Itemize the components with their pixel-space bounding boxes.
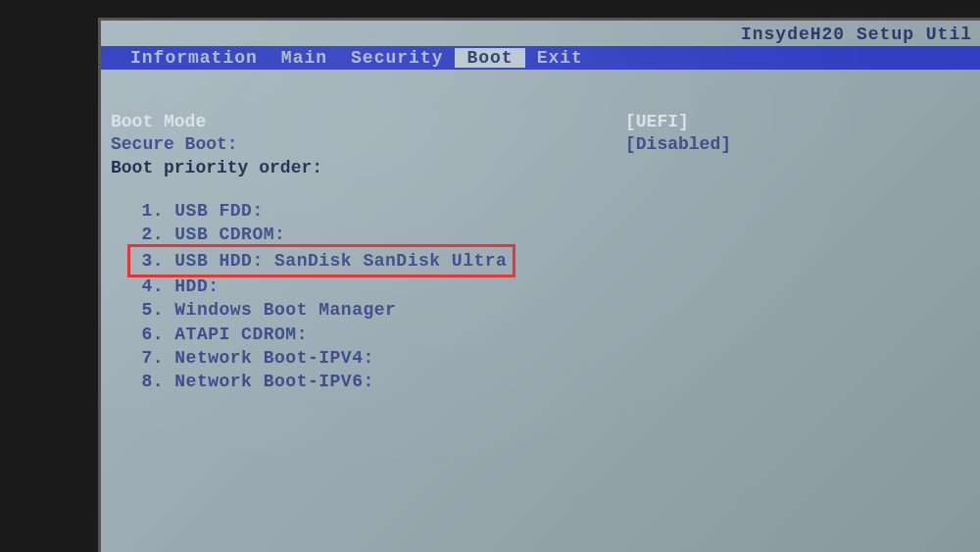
boot-num: 8. (132, 370, 164, 393)
boot-text: HDD: (174, 276, 219, 296)
boot-text: Network Boot-IPV4: (174, 348, 373, 368)
boot-num: 1. (132, 199, 164, 223)
secure-boot-label: Secure Boot: (111, 133, 625, 156)
boot-text: USB FDD: (174, 201, 263, 221)
secure-boot-value: [Disabled] (625, 133, 731, 156)
boot-text: Network Boot-IPV6: (174, 372, 373, 391)
setting-secure-boot[interactable]: Secure Boot: [Disabled] (111, 133, 980, 156)
boot-num: 6. (132, 323, 164, 346)
menu-information[interactable]: Information (119, 48, 270, 68)
boot-num: 7. (132, 346, 164, 370)
boot-page-content: Boot Mode [UEFI] Secure Boot: [Disabled]… (101, 70, 980, 394)
boot-num: 4. (132, 275, 164, 298)
boot-priority-list: 1. USB FDD: 2. USB CDROM: 3. USB HDD: Sa… (111, 199, 980, 393)
setting-boot-mode[interactable]: Boot Mode [UEFI] (111, 111, 980, 133)
setting-boot-priority-header: Boot priority order: (111, 157, 980, 179)
boot-priority-label: Boot priority order: (111, 157, 625, 179)
boot-mode-label: Boot Mode (111, 111, 625, 133)
boot-text: USB HDD: SanDisk SanDisk Ultra (174, 251, 507, 271)
boot-text: Windows Boot Manager (174, 300, 396, 320)
boot-item-5[interactable]: 5. Windows Boot Manager (132, 298, 980, 322)
boot-num: 3. (132, 249, 164, 273)
menu-main[interactable]: Main (270, 48, 339, 68)
boot-item-7[interactable]: 7. Network Boot-IPV4: (132, 346, 980, 370)
boot-text: ATAPI CDROM: (174, 325, 308, 344)
menu-bar: Information Main Security Boot Exit (101, 46, 980, 70)
boot-item-8[interactable]: 8. Network Boot-IPV6: (132, 370, 980, 393)
boot-item-6[interactable]: 6. ATAPI CDROM: (132, 323, 980, 346)
boot-text: USB CDROM: (174, 225, 285, 244)
boot-item-4[interactable]: 4. HDD: (132, 275, 980, 298)
boot-num: 5. (132, 298, 164, 322)
menu-security[interactable]: Security (339, 48, 455, 68)
boot-item-1[interactable]: 1. USB FDD: (132, 199, 980, 223)
boot-mode-value: [UEFI] (625, 111, 689, 133)
highlight-box: 3. USB HDD: SanDisk SanDisk Ultra (127, 244, 515, 277)
menu-boot[interactable]: Boot (455, 48, 524, 68)
bios-title: InsydeH20 Setup Util (101, 21, 980, 46)
bios-screen: InsydeH20 Setup Util Information Main Se… (98, 18, 980, 552)
menu-exit[interactable]: Exit (525, 48, 595, 68)
boot-item-3[interactable]: 3. USB HDD: SanDisk SanDisk Ultra (132, 247, 980, 275)
